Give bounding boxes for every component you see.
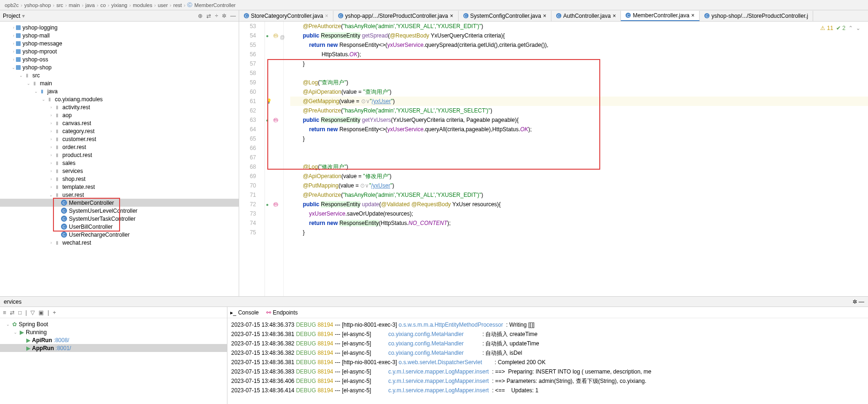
tab-system-config[interactable]: CSystemConfigController.java× [459, 11, 551, 21]
gutter-marks: ●ⓜ 💡 ●ⓜ ●ⓜ @ [265, 22, 284, 296]
filter-icon[interactable]: ▽ [30, 309, 35, 316]
tab-store-product-shop[interactable]: Cyshop-shop/.../StoreProductController.j [700, 11, 813, 21]
run-dashboard[interactable]: ≡ ⇄ □ | ▽ ▣ | + ⌄✿Spring Boot ⌄▶Running … [0, 307, 227, 404]
code-area[interactable]: @PreAuthorize("hasAnyRole('admin','YXUSE… [288, 22, 868, 296]
editor[interactable]: 5354555657585960616263646566676869707172… [239, 22, 868, 296]
services-panel: ervices ✲ — ≡ ⇄ □ | ▽ ▣ | + ⌄✿Spring Boo… [0, 296, 868, 404]
endpoints-tab[interactable]: ⚯Endpoints [266, 309, 298, 316]
close-icon[interactable]: × [325, 13, 328, 19]
bulb-icon: 💡 [266, 97, 272, 106]
breadcrumb: opb2c› yshop-shop› src› main› java› co› … [0, 0, 868, 10]
layout-icon[interactable]: ▣ [38, 309, 44, 316]
editor-tabs[interactable]: CStoreCategoryController.java× Cyshop-ap… [239, 10, 868, 22]
console-icon: ▸_ [230, 309, 236, 316]
console-tab[interactable]: ▸_Console [230, 309, 259, 316]
gear-icon[interactable]: ✲ [853, 299, 857, 305]
minimize-icon[interactable]: — [230, 13, 236, 19]
tab-store-category[interactable]: CStoreCategoryController.java× [239, 11, 333, 21]
inspection-widget[interactable]: ⚠ 11 ✔ 2 ⌃⌄ [820, 23, 860, 33]
project-header: Project▾ ⊕ ⇄ ÷ ✲ — [0, 10, 239, 22]
project-tree[interactable]: ›yshop-logging ›yshop-mall ›yshop-messag… [0, 22, 239, 296]
minimize-icon[interactable]: — [859, 299, 864, 305]
apprun-config[interactable]: ▶ AppRun :8001/ [0, 344, 227, 352]
expand-all-icon[interactable]: ≡ [3, 309, 6, 316]
tab-member-controller[interactable]: CMemberController.java× [621, 11, 700, 21]
user-rest-folder[interactable]: user.rest [62, 192, 84, 198]
system-user-level-controller-file[interactable]: CSystemUserLevelController [0, 207, 239, 215]
services-label[interactable]: ervices [4, 299, 22, 305]
gear-icon[interactable]: ✲ [222, 13, 226, 19]
member-controller-file[interactable]: CMemberController [0, 199, 239, 207]
group-icon[interactable]: □ [18, 309, 22, 316]
run-toolbar: ≡ ⇄ □ | ▽ ▣ | + [0, 307, 227, 318]
endpoints-icon: ⚯ [266, 309, 271, 316]
add-icon[interactable]: + [53, 309, 56, 316]
collapse-all-icon[interactable]: ⇄ [10, 309, 15, 316]
target-icon[interactable]: ⊕ [198, 13, 203, 19]
tab-auth[interactable]: CAuthController.java× [551, 11, 621, 21]
system-user-task-controller-file[interactable]: CSystemUserTaskController [0, 215, 239, 223]
console-output[interactable]: 2023-07-15 13:48:36.373 DEBUG 88194 --- … [227, 318, 868, 404]
tab-store-product-app[interactable]: Cyshop-app/.../StoreProductController.ja… [333, 11, 458, 21]
expand-icon[interactable]: ⇄ [206, 13, 211, 19]
divide-icon[interactable]: ÷ [215, 13, 218, 19]
project-label[interactable]: Project [3, 13, 20, 19]
apirun-config[interactable]: ▶ ApiRun :8008/ [0, 336, 227, 344]
gutter: 5354555657585960616263646566676869707172… [239, 22, 265, 296]
console-tabs[interactable]: ▸_Console ⚯Endpoints [227, 307, 868, 318]
project-panel: Project▾ ⊕ ⇄ ÷ ✲ — ›yshop-logging ›yshop… [0, 10, 239, 296]
